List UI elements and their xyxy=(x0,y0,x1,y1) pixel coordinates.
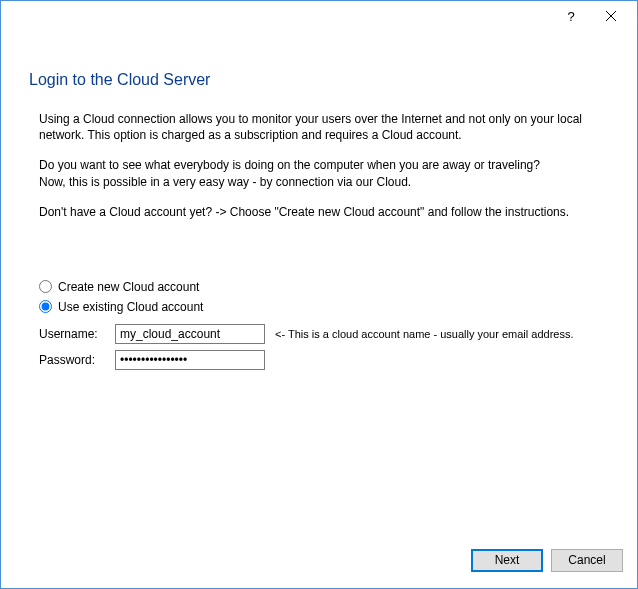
username-field[interactable] xyxy=(115,324,265,344)
dialog-footer: Next Cancel xyxy=(1,540,637,588)
description-block: Using a Cloud connection allows you to m… xyxy=(39,111,609,220)
content-area: Login to the Cloud Server Using a Cloud … xyxy=(1,31,637,540)
username-label: Username: xyxy=(39,327,115,341)
radio-create-account[interactable]: Create new Cloud account xyxy=(39,280,609,294)
help-icon[interactable]: ? xyxy=(551,2,591,30)
radio-existing-account-label: Use existing Cloud account xyxy=(58,300,203,314)
radio-existing-account-input[interactable] xyxy=(39,300,52,313)
password-label: Password: xyxy=(39,353,115,367)
description-paragraph-2: Do you want to see what everybody is doi… xyxy=(39,157,609,189)
credentials-form: Username: <- This is a cloud account nam… xyxy=(39,324,609,370)
radio-create-account-input[interactable] xyxy=(39,280,52,293)
password-row: Password: xyxy=(39,350,609,370)
username-row: Username: <- This is a cloud account nam… xyxy=(39,324,609,344)
page-title: Login to the Cloud Server xyxy=(29,71,609,89)
radio-create-account-label: Create new Cloud account xyxy=(58,280,199,294)
close-icon[interactable] xyxy=(591,2,631,30)
description-paragraph-3: Don't have a Cloud account yet? -> Choos… xyxy=(39,204,609,220)
account-options: Create new Cloud account Use existing Cl… xyxy=(39,280,609,314)
titlebar: ? xyxy=(1,1,637,31)
description-line-2a: Do you want to see what everybody is doi… xyxy=(39,158,540,172)
password-field[interactable] xyxy=(115,350,265,370)
radio-existing-account[interactable]: Use existing Cloud account xyxy=(39,300,609,314)
description-line-2b: Now, this is possible in a very easy way… xyxy=(39,175,411,189)
description-paragraph-1: Using a Cloud connection allows you to m… xyxy=(39,111,609,143)
username-hint: <- This is a cloud account name - usuall… xyxy=(275,328,573,340)
next-button[interactable]: Next xyxy=(471,549,543,572)
cancel-button[interactable]: Cancel xyxy=(551,549,623,572)
dialog-window: ? Login to the Cloud Server Using a Clou… xyxy=(0,0,638,589)
